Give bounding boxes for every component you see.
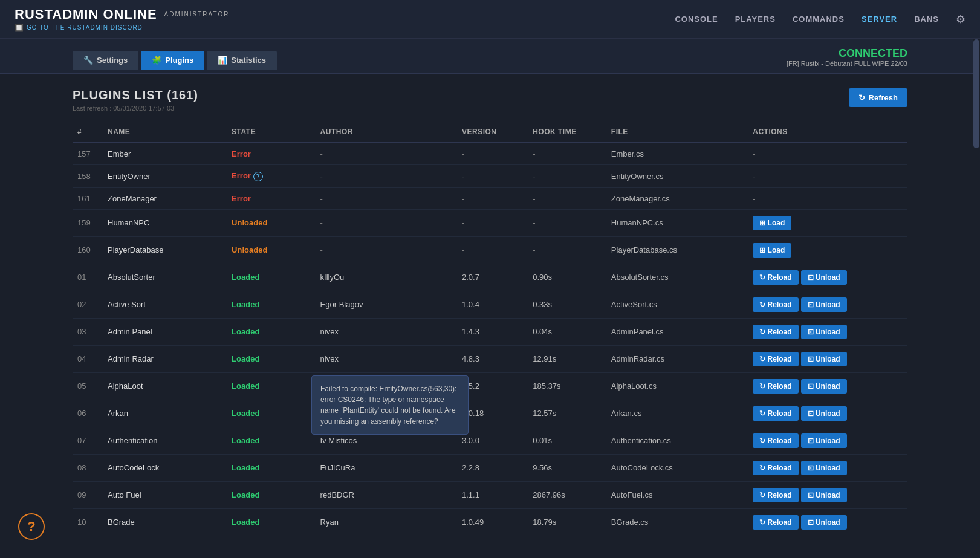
cell-state: Error? — [227, 165, 316, 188]
scrollbar-track[interactable] — [973, 39, 980, 558]
table-row: 05 AlphaLoot Loaded FuJiKuRa 2.5.2 185.3… — [73, 372, 907, 400]
gear-icon[interactable]: ⚙ — [956, 13, 965, 26]
cell-version: - — [457, 165, 528, 188]
cell-state: Error — [227, 143, 316, 165]
cell-file: ActiveSort.cs — [606, 291, 748, 318]
table-row: 158 EntityOwner Error? - - - EntityOwner… — [73, 165, 907, 188]
plugins-title-block: PLUGINS LIST (161) Last refresh : 05/01/… — [73, 88, 198, 112]
unload-button[interactable]: ⊡ Unload — [801, 515, 847, 530]
unload-button[interactable]: ⊡ Unload — [801, 325, 847, 339]
table-row: 08 AutoCodeLock Loaded FuJiCuRa 2.2.8 9.… — [73, 454, 907, 481]
tooltip-trigger-icon[interactable]: ? — [253, 172, 263, 181]
cell-file: Arkan.cs — [606, 400, 748, 427]
nav-console[interactable]: CONSOLE — [675, 15, 718, 24]
nav-players[interactable]: PLAYERS — [735, 15, 776, 24]
cell-hooktime: - — [528, 209, 606, 236]
reload-button[interactable]: ↻ Reload — [753, 297, 798, 312]
unload-button[interactable]: ⊡ Unload — [801, 406, 847, 421]
scrollbar-thumb[interactable] — [973, 39, 979, 148]
cell-hooktime: - — [528, 236, 606, 264]
help-button[interactable]: ? — [18, 513, 45, 540]
cell-hooktime: - — [528, 143, 606, 165]
nav-bans[interactable]: BANS — [914, 15, 939, 24]
cell-num: 07 — [73, 427, 103, 454]
reload-button[interactable]: ↻ Reload — [753, 352, 798, 366]
cell-actions: ↻ Reload⊡ Unload — [748, 318, 907, 345]
unload-button[interactable]: ⊡ Unload — [801, 461, 847, 475]
cell-author: - — [316, 236, 457, 264]
cell-file: AdminRadar.cs — [606, 345, 748, 372]
tab-plugins[interactable]: 🧩 Plugins — [141, 51, 204, 70]
cell-actions: ↻ Reload⊡ Unload — [748, 508, 907, 536]
reload-button[interactable]: ↻ Reload — [753, 488, 798, 502]
cell-state: Loaded — [227, 427, 316, 454]
cell-version: - — [457, 236, 528, 264]
cell-name: PlayerDatabase — [103, 236, 227, 264]
cell-state: Loaded — [227, 481, 316, 508]
nav-commands[interactable]: COMMANDS — [793, 15, 845, 24]
cell-file: ZoneManager.cs — [606, 187, 748, 209]
reload-button[interactable]: ↻ Reload — [753, 515, 798, 530]
cell-hooktime: 0.04s — [528, 318, 606, 345]
cell-hooktime: 0.33s — [528, 291, 606, 318]
cell-author: FuJiCuRa — [316, 454, 457, 481]
unload-button[interactable]: ⊡ Unload — [801, 270, 847, 285]
cell-state: Loaded — [227, 318, 316, 345]
cell-num: 161 — [73, 187, 103, 209]
no-action: - — [753, 172, 755, 181]
plugins-title: PLUGINS LIST (161) — [73, 88, 198, 102]
cell-file: PlayerDatabase.cs — [606, 236, 748, 264]
cell-name: AutoCodeLock — [103, 454, 227, 481]
col-num: # — [73, 122, 103, 143]
table-row: 06 Arkan Loaded Antidote 1.0.18 12.57s A… — [73, 400, 907, 427]
plugins-icon: 🧩 — [152, 56, 161, 65]
cell-hooktime: 2867.96s — [528, 481, 606, 508]
cell-num: 01 — [73, 264, 103, 291]
cell-actions: - — [748, 143, 907, 165]
plugins-header: PLUGINS LIST (161) Last refresh : 05/01/… — [73, 88, 907, 112]
main-content: PLUGINS LIST (161) Last refresh : 05/01/… — [0, 74, 980, 551]
cell-num: 09 — [73, 481, 103, 508]
load-button[interactable]: ⊞ Load — [753, 216, 791, 230]
cell-name: Admin Panel — [103, 318, 227, 345]
col-file: File — [606, 122, 748, 143]
cell-state: Error — [227, 187, 316, 209]
cell-name: EntityOwner — [103, 165, 227, 188]
cell-version: 1.0.49 — [457, 508, 528, 536]
brand-title: RUSTADMIN ONLINE — [15, 7, 157, 22]
cell-author: kIllyOu — [316, 264, 457, 291]
cell-file: AutoFuel.cs — [606, 481, 748, 508]
reload-button[interactable]: ↻ Reload — [753, 461, 798, 475]
table-row: 161 ZoneManager Error - - - ZoneManager.… — [73, 187, 907, 209]
reload-button[interactable]: ↻ Reload — [753, 325, 798, 339]
reload-button[interactable]: ↻ Reload — [753, 270, 798, 285]
cell-state: Loaded — [227, 345, 316, 372]
cell-author: nivex — [316, 345, 457, 372]
cell-hooktime: - — [528, 187, 606, 209]
error-tooltip: Failed to compile: EntityOwner.cs(563,30… — [311, 375, 469, 435]
nav-links: CONSOLE PLAYERS COMMANDS SERVER BANS ⚙ — [675, 13, 965, 26]
unload-button[interactable]: ⊡ Unload — [801, 433, 847, 448]
tab-settings[interactable]: 🔧 Settings — [73, 51, 138, 70]
cell-state: Loaded — [227, 291, 316, 318]
reload-button[interactable]: ↻ Reload — [753, 379, 798, 394]
cell-hooktime: 9.56s — [528, 454, 606, 481]
nav-server[interactable]: SERVER — [862, 15, 897, 24]
plugins-table: # Name State Author Version Hook time Fi… — [73, 122, 907, 536]
unload-button[interactable]: ⊡ Unload — [801, 488, 847, 502]
cell-actions: ↻ Reload⊡ Unload — [748, 264, 907, 291]
col-version: Version — [457, 122, 528, 143]
unload-button[interactable]: ⊡ Unload — [801, 352, 847, 366]
load-button[interactable]: ⊞ Load — [753, 243, 791, 258]
cell-file: AlphaLoot.cs — [606, 372, 748, 400]
discord-link[interactable]: 🔲 GO TO THE RUSTADMIN DISCORD — [15, 24, 229, 32]
reload-button[interactable]: ↻ Reload — [753, 406, 798, 421]
cell-hooktime: 0.90s — [528, 264, 606, 291]
refresh-button[interactable]: ↻ Refresh — [849, 88, 907, 107]
unload-button[interactable]: ⊡ Unload — [801, 297, 847, 312]
topbar: RUSTADMIN ONLINE ADMINISTRATOR 🔲 GO TO T… — [0, 0, 980, 39]
reload-button[interactable]: ↻ Reload — [753, 433, 798, 448]
unload-button[interactable]: ⊡ Unload — [801, 379, 847, 394]
cell-actions: - — [748, 187, 907, 209]
tab-statistics[interactable]: 📊 Statistics — [207, 51, 277, 70]
